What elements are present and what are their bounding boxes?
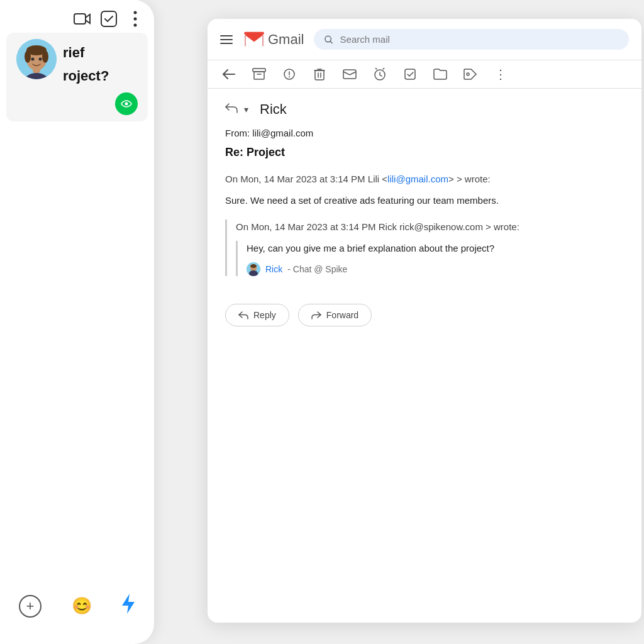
email-icon[interactable] (341, 65, 358, 83)
lightning-button[interactable] (121, 593, 135, 619)
svg-rect-21 (343, 70, 356, 79)
phone-avatar-row: rief roject? (16, 39, 138, 85)
menu-icon[interactable] (220, 35, 233, 44)
svg-point-11 (42, 50, 48, 63)
nested-quote-header: On Mon, 14 Mar 2023 at 3:14 PM Rick rick… (236, 219, 624, 235)
forward-label: Forward (326, 310, 358, 320)
reply-icon (238, 311, 248, 319)
reply-label: Reply (253, 310, 276, 320)
svg-point-13 (39, 58, 42, 61)
read-indicator-badge (115, 92, 138, 115)
email-thread-header: On Mon, 14 Mar 2023 at 3:14 PM Lili <lil… (225, 172, 624, 187)
task-icon[interactable] (401, 65, 419, 83)
search-icon (324, 35, 333, 45)
forward-icon (311, 311, 321, 319)
reply-button[interactable]: Reply (225, 304, 289, 326)
spam-icon[interactable] (280, 65, 298, 83)
svg-point-14 (125, 103, 128, 106)
phone-message-content: rief roject? (63, 39, 138, 85)
sender-email-link[interactable]: lili@gmail.com (387, 174, 448, 184)
svg-point-19 (289, 76, 290, 77)
video-call-icon[interactable] (74, 10, 91, 28)
email-from: From: lili@gmail.com (225, 128, 624, 138)
phone-message-text-1: rief (63, 39, 138, 62)
email-subject-line: Re: Project (225, 146, 624, 159)
email-body-text: Sure. We need a set of creative ads feat… (225, 193, 624, 208)
more-actions-icon[interactable]: ⋮ (492, 65, 509, 83)
svg-point-12 (31, 58, 35, 61)
archive-icon[interactable] (250, 65, 268, 83)
email-subject-name: Rick (260, 101, 287, 118)
svg-point-10 (25, 50, 31, 63)
phone-top-bar (0, 0, 154, 33)
dropdown-icon[interactable]: ▾ (244, 104, 248, 114)
svg-rect-0 (74, 14, 86, 24)
svg-point-3 (134, 18, 137, 21)
spike-avatar (247, 262, 260, 276)
nested-body-text: Hey, can you give me a brief explanation… (247, 241, 624, 256)
spike-attribution: Rick - Chat @ Spike (247, 262, 624, 276)
gmail-panel: Gmail (208, 19, 641, 623)
svg-point-24 (467, 73, 469, 75)
email-nested-inner: Hey, can you give me a brief explanation… (236, 241, 624, 276)
gmail-search-bar[interactable] (314, 29, 629, 50)
email-subject-row: ▾ Rick (225, 101, 624, 118)
label-icon[interactable] (462, 65, 479, 83)
more-options-icon[interactable] (126, 10, 144, 28)
gmail-body: ▾ Rick From: lili@gmail.com Re: Project … (208, 89, 641, 623)
svg-rect-23 (405, 69, 415, 79)
delete-icon[interactable] (311, 65, 328, 83)
forward-button[interactable]: Forward (298, 304, 372, 326)
gmail-toolbar: ⋮ (208, 60, 641, 89)
phone-chat-area: rief roject? (6, 33, 148, 121)
phone-message-text-2: roject? (63, 62, 138, 86)
gmail-header: Gmail (208, 19, 641, 60)
gmail-text: Gmail (268, 31, 304, 48)
avatar (16, 39, 57, 79)
svg-point-2 (134, 11, 137, 14)
snooze-icon[interactable] (371, 65, 389, 83)
spike-name: Rick (265, 262, 282, 276)
svg-rect-20 (315, 70, 324, 80)
add-button[interactable]: + (19, 595, 42, 618)
svg-rect-17 (254, 72, 264, 79)
spike-tag: - Chat @ Spike (287, 262, 347, 276)
phone-bottom-bar: + 😊 (0, 593, 154, 619)
folder-icon[interactable] (431, 65, 449, 83)
phone-panel: rief roject? + 😊 (0, 0, 154, 644)
check-icon[interactable] (100, 10, 118, 28)
svg-point-27 (250, 264, 257, 268)
emoji-button[interactable]: 😊 (70, 595, 93, 618)
email-actions: Reply Forward (225, 294, 624, 326)
back-button[interactable] (220, 65, 238, 83)
search-input[interactable] (340, 34, 619, 45)
svg-point-4 (134, 24, 137, 27)
reply-all-icon[interactable] (225, 103, 238, 116)
email-thread: On Mon, 14 Mar 2023 at 3:14 PM Lili <lil… (225, 172, 624, 276)
email-nested-quote: On Mon, 14 Mar 2023 at 3:14 PM Rick rick… (225, 219, 624, 276)
gmail-logo: Gmail (243, 31, 304, 48)
svg-rect-1 (101, 11, 116, 26)
